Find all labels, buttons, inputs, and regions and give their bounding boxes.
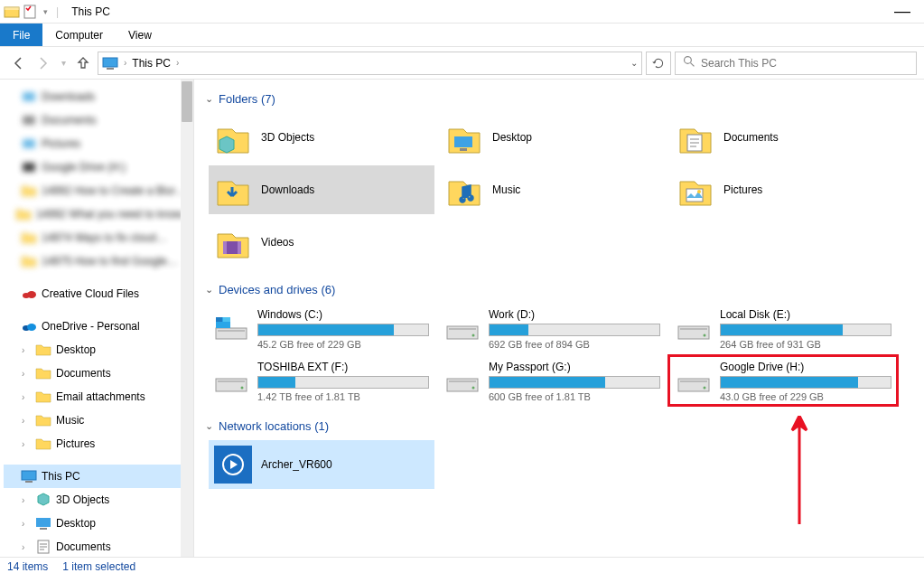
refresh-button[interactable] xyxy=(646,52,671,75)
tree-item[interactable]: 14975 How to find Google… xyxy=(4,249,193,273)
folder-item-documents[interactable]: Documents xyxy=(671,113,897,162)
folder-icon xyxy=(35,412,51,428)
folder-icon xyxy=(15,206,32,222)
group-folders-header[interactable]: ⌄ Folders (7) xyxy=(205,92,913,106)
tree-item[interactable]: ›3D Objects xyxy=(4,488,193,512)
svg-rect-31 xyxy=(223,317,230,322)
svg-point-40 xyxy=(241,387,244,390)
capacity-bar xyxy=(257,376,429,389)
up-button[interactable] xyxy=(72,52,94,74)
tab-computer[interactable]: Computer xyxy=(42,23,116,46)
folder-icon xyxy=(445,171,483,209)
folder-item-desktop[interactable]: Desktop xyxy=(440,113,666,162)
folder-icon xyxy=(35,389,51,405)
back-button[interactable] xyxy=(7,52,29,74)
drive-icon xyxy=(677,315,711,343)
tree-item[interactable]: ›Documents xyxy=(4,362,193,385)
svg-rect-27 xyxy=(216,328,247,339)
drive-label: Google Drive (H:) xyxy=(720,361,891,373)
drive-icon xyxy=(677,368,711,395)
drive-free-text: 264 GB free of 931 GB xyxy=(720,339,891,350)
folder-icon xyxy=(35,539,51,555)
drive-item[interactable]: Work (D:)692 GB free of 894 GB xyxy=(440,304,666,354)
svg-point-13 xyxy=(27,324,36,331)
navigation-pane: DownloadsDocumentsPicturesGoogle Drive (… xyxy=(0,80,194,557)
tree-item[interactable]: OneDrive - Personal xyxy=(4,315,193,338)
drive-item[interactable]: My Passport (G:)600 GB free of 1.81 TB xyxy=(440,356,666,407)
chevron-right-icon[interactable]: › xyxy=(124,58,126,68)
drive-label: TOSHIBA EXT (F:) xyxy=(257,361,429,373)
svg-rect-4 xyxy=(107,68,114,70)
tree-item[interactable]: This PC xyxy=(4,465,193,488)
drive-item[interactable]: Windows (C:)45.2 GB free of 229 GB xyxy=(209,304,434,354)
tree-item[interactable]: Downloads xyxy=(4,85,193,108)
search-box[interactable] xyxy=(675,52,917,75)
tree-item[interactable]: 14992 What you need to know… xyxy=(4,202,193,226)
folder-label: Downloads xyxy=(261,183,314,196)
chevron-right-icon[interactable]: › xyxy=(176,58,179,68)
properties-icon[interactable] xyxy=(22,4,38,20)
minimize-button[interactable]: — xyxy=(884,2,920,21)
svg-point-34 xyxy=(472,334,475,337)
svg-point-23 xyxy=(697,190,701,193)
folder-item-music[interactable]: Music xyxy=(440,165,666,214)
recent-dropdown[interactable]: ▾ xyxy=(58,52,69,74)
group-network-header[interactable]: ⌄ Network locations (1) xyxy=(205,419,913,433)
svg-rect-19 xyxy=(454,136,472,147)
svg-rect-16 xyxy=(36,518,51,527)
search-input[interactable] xyxy=(701,57,909,70)
tree-item[interactable]: ›Desktop xyxy=(4,338,193,362)
tree-item[interactable]: ›Email attachments xyxy=(4,385,193,409)
folder-label: 3D Objects xyxy=(261,131,314,144)
drive-item[interactable]: TOSHIBA EXT (F:)1.42 TB free of 1.81 TB xyxy=(209,356,434,407)
folder-label: Videos xyxy=(261,236,294,249)
search-icon xyxy=(683,55,695,70)
window-title: This PC xyxy=(71,5,110,18)
folder-item-downloads[interactable]: Downloads xyxy=(209,165,434,214)
nav-bar: ▾ › This PC › ⌄ xyxy=(0,47,924,80)
chevron-down-icon: ⌄ xyxy=(205,93,213,105)
svg-point-43 xyxy=(472,387,475,390)
tree-item[interactable]: ›Music xyxy=(4,409,193,432)
svg-rect-9 xyxy=(23,163,35,172)
folder-item-pictures[interactable]: Pictures xyxy=(671,165,897,214)
address-dropdown-icon[interactable]: ⌄ xyxy=(630,58,638,68)
qat-dropdown-icon[interactable]: ▾ xyxy=(40,4,51,20)
folder-icon xyxy=(21,253,37,269)
tree-item[interactable]: ›Documents xyxy=(4,535,193,557)
scrollbar[interactable] xyxy=(181,80,193,557)
network-item[interactable]: Archer_VR600 xyxy=(209,440,434,489)
group-drives-header[interactable]: ⌄ Devices and drives (6) xyxy=(205,283,913,296)
tree-item[interactable]: 14974 Ways to fix cloud… xyxy=(4,226,193,249)
tree-item[interactable]: Pictures xyxy=(4,132,193,155)
svg-point-37 xyxy=(704,334,706,337)
tree-item[interactable]: Google Drive (H:) xyxy=(4,155,193,179)
folder-icon xyxy=(21,183,37,199)
status-bar: 14 items 1 item selected xyxy=(0,557,924,573)
drive-label: My Passport (G:) xyxy=(489,361,660,373)
forward-button[interactable] xyxy=(33,52,54,74)
svg-rect-30 xyxy=(216,317,222,322)
tree-item[interactable]: 14992 How to Create a Blur… xyxy=(4,179,193,202)
tree-item[interactable]: Creative Cloud Files xyxy=(4,282,193,305)
folder-icon xyxy=(21,159,37,175)
drive-item[interactable]: Google Drive (H:)43.0 GB free of 229 GB xyxy=(671,356,897,407)
breadcrumb[interactable]: This PC xyxy=(132,57,171,70)
tree-item[interactable]: ›Pictures xyxy=(4,432,193,456)
capacity-bar xyxy=(489,376,660,389)
svg-rect-3 xyxy=(103,58,117,67)
tree-item[interactable]: ›Desktop xyxy=(4,512,193,535)
ribbon: File Computer View xyxy=(0,23,924,47)
content-area: ⌄ Folders (7) 3D ObjectsDesktopDocuments… xyxy=(194,80,924,557)
folder-icon xyxy=(21,136,37,152)
folder-icon xyxy=(21,112,37,128)
address-bar[interactable]: › This PC › ⌄ xyxy=(98,52,642,75)
folder-item-videos[interactable]: Videos xyxy=(209,218,434,267)
scrollbar-thumb[interactable] xyxy=(182,81,192,122)
tree-item[interactable]: Documents xyxy=(4,108,193,132)
tab-view[interactable]: View xyxy=(116,23,164,46)
tab-file[interactable]: File xyxy=(0,23,42,46)
drive-free-text: 45.2 GB free of 229 GB xyxy=(257,339,429,350)
folder-item-3d-objects[interactable]: 3D Objects xyxy=(209,113,434,162)
drive-item[interactable]: Local Disk (E:)264 GB free of 931 GB xyxy=(671,304,897,354)
